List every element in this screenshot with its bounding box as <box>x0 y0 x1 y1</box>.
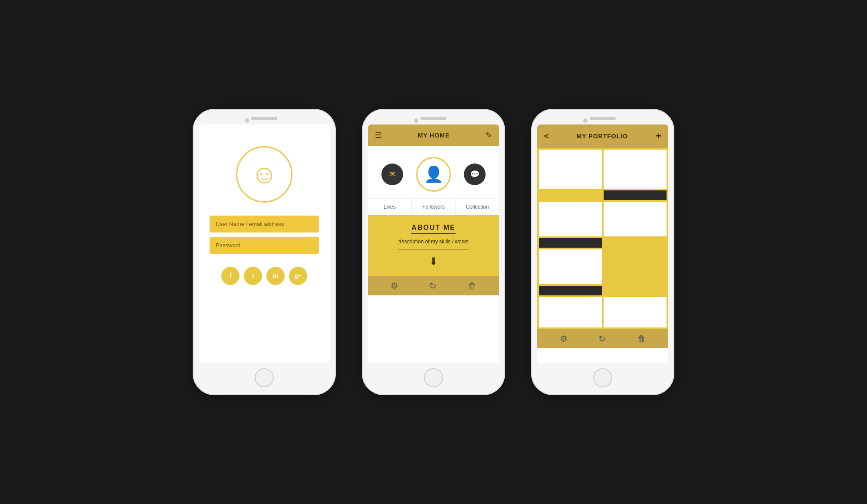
portfolio-image-2[interactable] <box>604 150 667 189</box>
portfolio-image-7[interactable] <box>604 297 667 327</box>
portfolio-spacer-2 <box>604 238 667 248</box>
twitter-button[interactable]: t <box>244 267 262 285</box>
portfolio-label-1 <box>604 190 667 200</box>
home-screen: ☰ MY HOME ✎ ✉ 👤 💬 Likes <box>368 124 499 363</box>
portfolio-image-6[interactable] <box>539 297 602 327</box>
phone-speaker-3 <box>590 117 616 120</box>
phone-camera-2 <box>414 118 418 123</box>
home-header: ☰ MY HOME ✎ <box>368 124 499 146</box>
googleplus-button[interactable]: g+ <box>289 267 307 285</box>
refresh-icon[interactable]: ↻ <box>429 281 437 291</box>
linkedin-button[interactable]: in <box>266 267 285 285</box>
login-screen: ☺ f t in g+ <box>199 124 330 363</box>
profile-avatar[interactable]: 👤 <box>416 157 451 192</box>
portfolio-grid <box>537 148 668 329</box>
social-login-buttons: f t in g+ <box>221 267 307 285</box>
home-title: MY HOME <box>418 132 450 139</box>
portfolio-refresh-icon[interactable]: ↻ <box>598 334 606 344</box>
portfolio-header: < MY PORTFOLIO + <box>537 124 668 148</box>
home-button-3[interactable] <box>593 368 612 387</box>
portfolio-title: MY PORTFOLIO <box>577 133 628 140</box>
password-input[interactable] <box>210 237 319 254</box>
profile-user-icon: 👤 <box>424 165 443 183</box>
tab-followers[interactable]: Followers <box>412 199 456 215</box>
scroll-down-icon[interactable]: ⬇ <box>429 255 438 268</box>
profile-tabs: Likes Followers Collection <box>368 198 499 215</box>
about-me-title: ABOUT ME <box>411 224 455 234</box>
phone-speaker <box>251 117 277 120</box>
portfolio-spacer-1 <box>539 190 602 200</box>
portfolio-label-3 <box>539 286 602 295</box>
portfolio-screen: < MY PORTFOLIO + <box>537 124 668 363</box>
user-avatar-icon: ☺ <box>251 161 277 187</box>
back-icon[interactable]: < <box>544 132 549 141</box>
portfolio-image-4[interactable] <box>604 202 667 236</box>
home-footer: ⚙ ↻ 🗑 <box>368 276 499 295</box>
facebook-button[interactable]: f <box>221 267 240 285</box>
portfolio-label-2 <box>539 238 602 248</box>
edit-icon[interactable]: ✎ <box>486 131 492 140</box>
home-content-area: ABOUT ME description of my skills / work… <box>368 215 499 276</box>
portfolio-image-1[interactable] <box>539 150 602 189</box>
profile-area: ✉ 👤 💬 <box>368 146 499 198</box>
home-button-2[interactable] <box>424 368 443 387</box>
tab-likes[interactable]: Likes <box>368 199 412 215</box>
phone-camera <box>245 118 249 123</box>
phone-home: ☰ MY HOME ✎ ✉ 👤 💬 Likes <box>362 109 505 395</box>
phone-camera-3 <box>583 118 588 123</box>
phones-container: ☺ f t in g+ ☰ MY HOME ✎ <box>193 109 674 395</box>
menu-icon[interactable]: ☰ <box>375 131 382 140</box>
add-icon[interactable]: + <box>656 131 661 142</box>
about-me-desc: description of my skills / works <box>398 239 468 249</box>
chat-icon: 💬 <box>470 170 479 179</box>
phone-login: ☺ f t in g+ <box>193 109 336 395</box>
phone-portfolio: < MY PORTFOLIO + <box>531 109 674 395</box>
phone-speaker-2 <box>420 117 447 120</box>
portfolio-image-3[interactable] <box>539 202 602 236</box>
portfolio-settings-icon[interactable]: ⚙ <box>560 334 568 344</box>
settings-icon[interactable]: ⚙ <box>391 281 398 291</box>
home-button[interactable] <box>255 368 274 387</box>
portfolio-footer: ⚙ ↻ 🗑 <box>537 329 668 348</box>
trash-icon[interactable]: 🗑 <box>468 281 476 291</box>
portfolio-image-5[interactable] <box>539 249 602 284</box>
username-input[interactable] <box>210 216 319 232</box>
portfolio-spacer-3 <box>604 249 667 295</box>
portfolio-trash-icon[interactable]: 🗑 <box>637 334 646 344</box>
envelope-icon: ✉ <box>389 170 396 179</box>
tab-collection[interactable]: Collection <box>456 199 499 215</box>
message-button[interactable]: ✉ <box>381 164 403 185</box>
chat-button[interactable]: 💬 <box>464 164 486 185</box>
avatar-circle: ☺ <box>236 146 292 203</box>
